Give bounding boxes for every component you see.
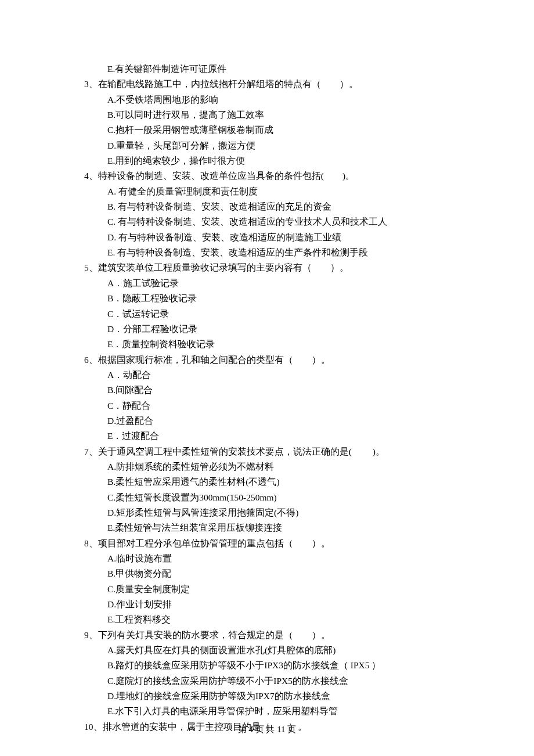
option-line: D.作业计划安排 xyxy=(84,597,450,612)
option-line: C.柔性短管长度设置为300mm(150-250mm) xyxy=(84,490,450,505)
content-area: E.有关键部件制造许可证原件3、在输配电线路施工中，内拉线抱杆分解组塔的特点有（… xyxy=(84,62,450,735)
option-line: A.不受铁塔周围地形的影响 xyxy=(84,92,450,107)
option-line: B.柔性短管应采用透气的柔性材料(不透气) xyxy=(84,474,450,489)
option-line: D.矩形柔性短管与风管连接采用抱箍固定(不得) xyxy=(84,505,450,520)
option-line: C．静配合 xyxy=(84,398,450,413)
question-line: 6、根据国家现行标准，孔和轴之间配合的类型有（ ）。 xyxy=(84,352,450,368)
option-line: C.质量安全制度制定 xyxy=(84,582,450,597)
option-line: D.埋地灯的接线盒应采用防护等级为IPX7的防水接线盒 xyxy=(84,689,450,704)
page-footer: 第 4 页 共 11 页 xyxy=(0,722,534,737)
option-line: A．施工试验记录 xyxy=(84,276,450,291)
option-line: E．质量控制资料验收记录 xyxy=(84,337,450,352)
option-line: E.有关键部件制造许可证原件 xyxy=(84,62,450,77)
option-line: A.防排烟系统的柔性短管必须为不燃材料 xyxy=(84,459,450,474)
option-line: B．隐蔽工程验收记录 xyxy=(84,291,450,306)
option-line: D. 有与特种设备制造、安装、改造相适应的制造施工业绩 xyxy=(84,230,450,245)
option-line: D．分部工程验收记录 xyxy=(84,322,450,337)
option-line: B.路灯的接线盒应采用防护等级不小于IPX3的防水接线盒（ IPX5 ） xyxy=(84,658,450,673)
option-line: C.庭院灯的接线盒应采用防护等级不小于IPX5的防水接线盒 xyxy=(84,674,450,689)
question-line: 3、在输配电线路施工中，内拉线抱杆分解组塔的特点有（ ）。 xyxy=(84,77,450,92)
document-page: E.有关键部件制造许可证原件3、在输配电线路施工中，内拉线抱杆分解组塔的特点有（… xyxy=(0,0,534,735)
option-line: B. 有与特种设备制造、安装、改造相适应的充足的资金 xyxy=(84,199,450,214)
question-line: 5、建筑安装单位工程质量验收记录填写的主要内容有（ ）。 xyxy=(84,260,450,275)
option-line: B.甲供物资分配 xyxy=(84,566,450,581)
option-line: D.重量轻，头尾部可分解，搬运方便 xyxy=(84,138,450,153)
option-line: E.柔性短管与法兰组装宜采用压板铆接连接 xyxy=(84,520,450,535)
question-line: 8、项目部对工程分承包单位协管管理的重点包括（ ）。 xyxy=(84,536,450,551)
question-line: 4、特种设备的制造、安装、改造单位应当具备的条件包括( )。 xyxy=(84,168,450,183)
option-line: A. 有健全的质量管理制度和责任制度 xyxy=(84,184,450,199)
option-line: B.间隙配合 xyxy=(84,383,450,398)
option-line: A．动配合 xyxy=(84,368,450,383)
option-line: E.用到的绳索较少，操作时很方便 xyxy=(84,153,450,168)
option-line: C. 有与特种设备制造、安装、改造相适应的专业技术人员和技术工人 xyxy=(84,214,450,229)
option-line: E.工程资料移交 xyxy=(84,612,450,627)
question-line: 7、关于通风空调工程中柔性短管的安装技术要点，说法正确的是( )。 xyxy=(84,444,450,459)
option-line: E.水下引入灯具的电源采用导管保护时，应采用塑料导管 xyxy=(84,704,450,719)
option-line: A.临时设施布置 xyxy=(84,551,450,566)
option-line: E. 有与特种设备制造、安装、改造相适应的生产条件和检测手段 xyxy=(84,245,450,260)
question-line: 9、下列有关灯具安装的防水要求，符合规定的是（ ）。 xyxy=(84,628,450,643)
option-line: A.露天灯具应在灯具的侧面设置泄水孔(灯具腔体的底部) xyxy=(84,643,450,658)
option-line: D.过盈配合 xyxy=(84,413,450,429)
option-line: B.可以同时进行双吊，提高了施工效率 xyxy=(84,107,450,123)
option-line: C．试运转记录 xyxy=(84,307,450,322)
option-line: E．过渡配合 xyxy=(84,429,450,444)
option-line: C.抱杆一般采用钢管或薄壁钢板卷制而成 xyxy=(84,123,450,138)
